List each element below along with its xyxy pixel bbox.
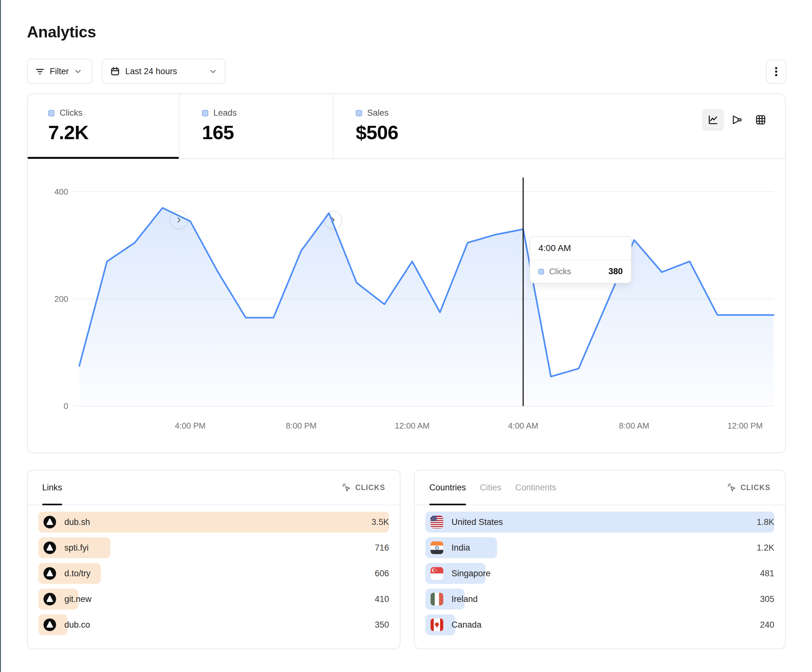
chart-tooltip: 4:00 AM Clicks 380 xyxy=(529,236,631,283)
country-row-4[interactable]: Ireland 305 xyxy=(425,588,774,609)
flag-sg-icon xyxy=(431,567,443,580)
country-row-2[interactable]: India 1.2K xyxy=(425,537,774,558)
chart-mode-funnel-button[interactable] xyxy=(726,109,748,131)
kebab-menu-icon xyxy=(772,66,781,77)
flag-in-icon xyxy=(431,541,443,554)
flag-ca-icon xyxy=(431,618,443,631)
more-options-button[interactable] xyxy=(766,60,786,84)
item-value: 410 xyxy=(375,594,389,604)
clicks-legend-swatch xyxy=(48,110,55,116)
filter-button[interactable]: Filter xyxy=(27,59,92,84)
link-row-3[interactable]: d.to/try 606 xyxy=(38,563,389,584)
stat-value: 7.2K xyxy=(48,121,89,143)
flag-singapore-icon xyxy=(431,567,443,580)
page-title: Analytics xyxy=(27,23,96,41)
chevron-down-icon xyxy=(74,67,82,75)
leads-legend-swatch xyxy=(202,110,208,116)
countries-metric-selector[interactable]: CLICKS xyxy=(727,483,771,492)
date-range-button[interactable]: Last 24 hours xyxy=(102,59,225,84)
table-grid-icon xyxy=(755,114,767,126)
tooltip-legend-swatch xyxy=(538,269,544,275)
dub-logo-icon xyxy=(43,618,56,631)
tooltip-time: 4:00 AM xyxy=(530,237,631,260)
flag-us-icon xyxy=(431,516,443,529)
flag-canada-icon xyxy=(431,618,443,631)
link-row-5[interactable]: dub.co 350 xyxy=(38,614,389,635)
cursor-click-icon xyxy=(727,483,737,492)
analytics-chart-card: Clicks 7.2K Leads 165 Sales $506 xyxy=(27,94,786,453)
stat-value: $506 xyxy=(356,121,398,143)
item-label: spti.fyi xyxy=(64,543,89,553)
item-value: 305 xyxy=(760,594,774,604)
tab-divider xyxy=(333,94,334,159)
chart-mode-line-button[interactable] xyxy=(702,109,724,131)
link-row-2[interactable]: spti.fyi 716 xyxy=(38,537,389,558)
item-value: 350 xyxy=(375,620,389,630)
tooltip-value: 380 xyxy=(609,266,623,276)
calendar-icon xyxy=(110,66,120,77)
flag-india-icon xyxy=(431,541,443,554)
item-label: Canada xyxy=(452,620,482,630)
links-panel: Links CLICKS dub.sh 3.5K spti.fyi 716 d.… xyxy=(27,470,401,649)
dub-logo-icon xyxy=(43,541,56,554)
country-row-5[interactable]: Canada 240 xyxy=(425,614,774,635)
item-value: 3.5K xyxy=(371,517,389,527)
chevron-down-icon xyxy=(209,67,217,75)
tab-divider xyxy=(179,94,179,159)
links-metric-label: CLICKS xyxy=(355,483,385,492)
stat-label: Sales xyxy=(367,108,389,118)
item-value: 716 xyxy=(375,543,389,553)
tab-clicks[interactable]: Clicks 7.2K xyxy=(48,108,89,143)
tab-links[interactable]: Links xyxy=(42,471,62,505)
item-label: d.to/try xyxy=(64,569,91,578)
dub-logo-icon xyxy=(43,567,56,580)
window-edge-strip xyxy=(0,0,1,672)
active-tab-underline xyxy=(27,157,179,159)
country-row-1[interactable]: United States 1.8K xyxy=(425,512,774,532)
flag-ireland-icon xyxy=(431,593,443,605)
stat-value: 165 xyxy=(202,121,237,143)
countries-metric-label: CLICKS xyxy=(740,483,771,492)
item-label: Singapore xyxy=(452,569,491,578)
tab-continents[interactable]: Continents xyxy=(515,471,556,505)
link-row-4[interactable]: git.new 410 xyxy=(38,588,389,609)
tooltip-series-label: Clicks xyxy=(549,266,571,276)
value-bar xyxy=(38,512,389,532)
dub-logo-icon xyxy=(43,618,56,631)
link-row-1[interactable]: dub.sh 3.5K xyxy=(38,512,389,532)
dub-logo-icon xyxy=(43,516,56,529)
chevron-right-icon xyxy=(329,216,337,224)
expand-clicks-button[interactable] xyxy=(170,211,188,229)
item-value: 1.8K xyxy=(757,517,774,527)
links-metric-selector[interactable]: CLICKS xyxy=(342,483,385,492)
filter-button-label: Filter xyxy=(50,67,69,77)
chart-mode-table-button[interactable] xyxy=(750,109,771,131)
item-label: India xyxy=(452,543,470,553)
chevron-right-icon xyxy=(175,216,183,224)
date-range-label: Last 24 hours xyxy=(125,67,177,77)
item-value: 1.2K xyxy=(757,543,774,553)
line-chart-icon xyxy=(707,114,719,126)
dub-logo-icon xyxy=(43,593,56,605)
item-value: 240 xyxy=(760,620,774,630)
tab-leads[interactable]: Leads 165 xyxy=(202,108,237,143)
tab-sales[interactable]: Sales $506 xyxy=(356,108,398,143)
tab-cities[interactable]: Cities xyxy=(480,471,502,505)
item-label: dub.co xyxy=(64,620,90,630)
expand-leads-button[interactable] xyxy=(324,211,342,229)
item-label: Ireland xyxy=(452,594,478,604)
item-value: 481 xyxy=(760,569,774,578)
countries-panel: Countries Cities Continents CLICKS Unite… xyxy=(414,470,786,649)
country-row-3[interactable]: Singapore 481 xyxy=(425,563,774,584)
item-value: 606 xyxy=(375,569,389,578)
dub-logo-icon xyxy=(43,567,56,580)
dub-logo-icon xyxy=(43,593,56,605)
tab-countries[interactable]: Countries xyxy=(429,471,466,505)
item-label: git.new xyxy=(64,594,92,604)
stat-label: Leads xyxy=(213,108,237,118)
dub-logo-icon xyxy=(43,541,56,554)
cursor-click-icon xyxy=(342,483,351,492)
stat-label: Clicks xyxy=(60,108,82,118)
flag-us-icon xyxy=(431,516,443,529)
sales-legend-swatch xyxy=(356,110,362,116)
